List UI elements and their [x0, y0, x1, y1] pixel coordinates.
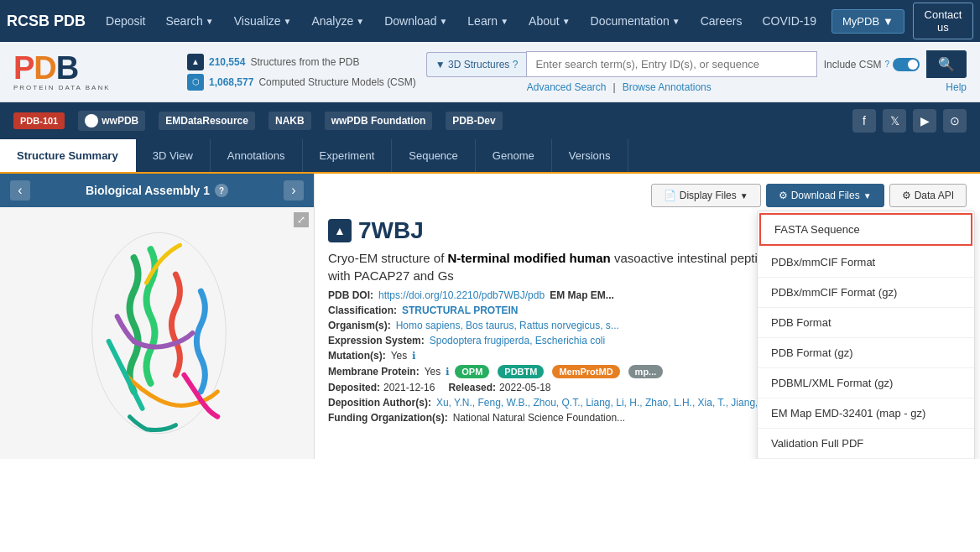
partner-pdbdev[interactable]: PDB-Dev — [446, 112, 502, 130]
dropdown-pdbx-mmcif-gz[interactable]: PDBx/mmCIF Format (gz) — [758, 278, 974, 308]
download-files-button[interactable]: ⚙ Download Files ▼ — [766, 184, 884, 207]
deposited-value: 2021-12-16 — [383, 382, 435, 393]
search-divider: | — [613, 81, 616, 93]
partner-wwpdb-foundation[interactable]: wwPDB Foundation — [325, 112, 433, 130]
protein-svg — [0, 207, 314, 459]
top-navigation: RCSB PDB Deposit Search ▼ Visualize ▼ An… — [0, 0, 980, 42]
file-icon: 📄 — [664, 190, 676, 201]
assembly-help-icon[interactable]: ? — [215, 184, 228, 197]
mutation-help-icon[interactable]: ℹ — [412, 350, 416, 362]
expression-value[interactable]: Spodoptera frugiperda, Escherichia coli — [430, 335, 605, 346]
partner-wwpdb[interactable]: wwPDB — [78, 111, 145, 131]
dropdown-pdb-format[interactable]: PDB Format — [758, 308, 974, 338]
browse-annotations-link[interactable]: Browse Annotations — [623, 81, 712, 93]
nav-covid[interactable]: COVID-19 — [753, 0, 825, 42]
display-files-button[interactable]: 📄 Display Files ▼ — [651, 184, 761, 207]
facebook-icon[interactable]: f — [852, 109, 876, 133]
pdb-logo: PDB PROTEIN DATA BANK — [13, 52, 177, 91]
partner-nakb[interactable]: NAKB — [268, 112, 311, 130]
dropdown-validation-pdf[interactable]: Validation Full PDF — [758, 429, 974, 459]
assembly-prev-button[interactable]: ‹ — [10, 180, 30, 200]
contact-button[interactable]: Contact us — [913, 3, 973, 39]
csm-icon: ⬡ — [187, 74, 204, 91]
nav-documentation[interactable]: Documentation ▼ — [582, 0, 689, 42]
twitter-icon[interactable]: 𝕏 — [883, 109, 906, 133]
csm-toggle-switch[interactable] — [893, 58, 920, 71]
github-icon[interactable]: ⊙ — [943, 109, 967, 133]
search-button[interactable]: 🔍 — [926, 50, 967, 78]
nav-search[interactable]: Search ▼ — [157, 0, 222, 42]
assembly-header: ‹ Biological Assembly 1 ? › — [0, 174, 314, 207]
tab-experiment[interactable]: Experiment — [303, 139, 393, 172]
membrane-help-icon[interactable]: ℹ — [446, 366, 450, 378]
download-files-caret: ▼ — [863, 191, 872, 200]
site-logo[interactable]: RCSB PDB — [7, 13, 86, 30]
search-type-button[interactable]: ▼ 3D Structures ? — [426, 52, 527, 77]
include-csm-toggle: Include CSM ? — [817, 58, 926, 71]
csm-stat: ⬡ 1,068,577 Computed Structure Models (C… — [187, 74, 416, 91]
tab-sequence[interactable]: Sequence — [392, 139, 476, 172]
nav-careers[interactable]: Careers — [692, 0, 751, 42]
dropdown-em-map[interactable]: EM Map EMD-32401 (map - gz) — [758, 398, 974, 429]
advanced-search-link[interactable]: Advanced Search — [527, 81, 607, 93]
dropdown-pdbx-mmcif[interactable]: PDBx/mmCIF Format — [758, 247, 974, 278]
pdb-subtitle: PROTEIN DATA BANK — [13, 84, 111, 91]
search-container: ▼ 3D Structures ? Include CSM ? 🔍 Advanc… — [426, 50, 967, 93]
authors-label: Deposition Author(s): — [328, 397, 431, 409]
classification-value: STRUCTURAL PROTEIN — [402, 305, 518, 316]
structures-count: 210,554 — [209, 56, 245, 68]
csm-help-icon[interactable]: ? — [884, 60, 889, 69]
nav-visualize[interactable]: Visualize ▼ — [226, 0, 300, 42]
structures-icon: ▲ — [187, 54, 204, 70]
dropdown-pdbml-xml[interactable]: PDBML/XML Format (gz) — [758, 368, 974, 398]
expression-label: Expression System: — [328, 335, 425, 346]
partner-pdb101[interactable]: PDB-101 — [13, 112, 65, 129]
search-input[interactable] — [526, 51, 816, 77]
pdb-logo-text: PDB — [13, 52, 78, 84]
data-api-button[interactable]: ⚙ Data API — [889, 184, 967, 207]
help-link[interactable]: Help — [946, 81, 967, 93]
expand-button[interactable]: ⤢ — [294, 212, 309, 227]
left-panel: ‹ Biological Assembly 1 ? › ⤢ — [0, 174, 315, 459]
badge-mp[interactable]: mp... — [628, 365, 664, 378]
display-files-caret: ▼ — [740, 191, 748, 200]
mypdb-button[interactable]: MyPDB ▼ — [831, 9, 904, 34]
structures-stat: ▲ 210,554 Structures from the PDB — [187, 54, 416, 70]
deposited-label: Deposited: — [328, 382, 380, 393]
nav-learn[interactable]: Learn ▼ — [459, 0, 517, 42]
tab-structure-summary[interactable]: Structure Summary — [0, 139, 136, 172]
dropdown-fasta[interactable]: FASTA Sequence — [759, 213, 972, 246]
nav-download[interactable]: Download ▼ — [376, 0, 456, 42]
right-panel: 📄 Display Files ▼ ⚙ Download Files ▼ ⚙ D… — [315, 174, 980, 459]
partner-emdata[interactable]: EMDataResource — [159, 112, 255, 130]
partner-bar: PDB-101 wwPDB EMDataResource NAKB wwPDB … — [0, 102, 980, 139]
membrane-label: Membrane Protein: — [328, 366, 420, 378]
badge-pdbtm[interactable]: PDBTM — [498, 365, 544, 378]
deposited-item: Deposited: 2021-12-16 — [328, 382, 435, 393]
badge-opm[interactable]: OPM — [455, 365, 489, 378]
tab-bar: Structure Summary 3D View Annotations Ex… — [0, 139, 980, 174]
assembly-next-button[interactable]: › — [284, 180, 304, 200]
tab-versions[interactable]: Versions — [552, 139, 628, 172]
api-icon: ⚙ — [902, 190, 911, 201]
action-buttons: 📄 Display Files ▼ ⚙ Download Files ▼ ⚙ D… — [328, 184, 967, 207]
tab-annotations[interactable]: Annotations — [211, 139, 303, 172]
tab-genome[interactable]: Genome — [476, 139, 552, 172]
tab-3d-view[interactable]: 3D View — [136, 139, 211, 172]
released-label: Released: — [448, 382, 496, 393]
main-content: ‹ Biological Assembly 1 ? › ⤢ — [0, 174, 980, 459]
youtube-icon[interactable]: ▶ — [913, 109, 936, 133]
doi-link[interactable]: https://doi.org/10.2210/pdb7WBJ/pdb — [378, 289, 545, 301]
assembly-title: Biological Assembly 1 ? — [86, 184, 228, 197]
csm-label: Computed Structure Models (CSM) — [258, 76, 415, 88]
nav-about[interactable]: About ▼ — [520, 0, 579, 42]
nav-deposit[interactable]: Deposit — [97, 0, 154, 42]
badge-memprotmd[interactable]: MemProtMD — [552, 365, 619, 378]
organisms-value[interactable]: Homo sapiens, Bos taurus, Rattus norvegi… — [396, 320, 619, 331]
mutation-value: Yes — [391, 350, 408, 362]
download-dropdown: FASTA Sequence PDBx/mmCIF Format PDBx/mm… — [757, 211, 975, 459]
nav-analyze[interactable]: Analyze ▼ — [303, 0, 373, 42]
em-map-label: EM Map EM... — [550, 289, 614, 301]
structures-label: Structures from the PDB — [250, 56, 359, 68]
dropdown-pdb-format-gz[interactable]: PDB Format (gz) — [758, 338, 974, 368]
